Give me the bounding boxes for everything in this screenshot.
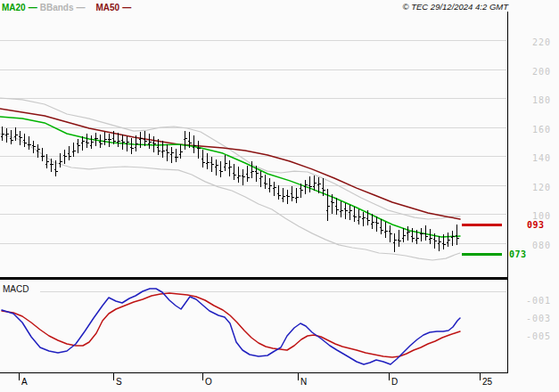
month-tick-label: A	[21, 378, 28, 387]
copyright-timestamp: © TEC 29/12/2024 4:2 GMT	[403, 3, 508, 12]
legend-ma20-line-swatch: —	[29, 3, 37, 12]
panel-divider	[0, 277, 508, 280]
legend-bbands-line-swatch: —	[76, 3, 85, 12]
price-axis-tick-label: 100	[532, 212, 551, 221]
month-tick-label: 25	[482, 378, 492, 387]
month-tick-label: O	[205, 378, 212, 387]
legend-ma50-line-swatch: —	[122, 3, 131, 12]
month-tick-label: N	[300, 378, 307, 387]
resistance-level-line	[462, 224, 502, 226]
stock-chart-window: MA20 — BBands — MA50 — © TEC 29/12/2024 …	[0, 0, 559, 392]
macd-line	[2, 289, 460, 364]
resistance-level-label: 093	[527, 221, 545, 230]
legend-ma50-label: MA50	[95, 3, 119, 12]
price-axis-tick-label: 160	[532, 126, 551, 135]
support-level-label: 073	[509, 250, 527, 259]
macd-axis-tick-label: -003	[526, 314, 551, 323]
legend-bbands-label: BBands	[40, 3, 74, 12]
month-tick-label: S	[116, 378, 122, 387]
macd-axis-tick-label: -001	[526, 297, 551, 306]
price-axis-tick-label: 220	[532, 38, 551, 47]
price-axis-tick-label: 180	[532, 96, 551, 105]
ma20-line	[0, 117, 460, 237]
price-axis-tick-label: 140	[532, 154, 551, 163]
macd-axis-tick-label: -005	[526, 332, 551, 341]
chart-canvas	[0, 0, 559, 392]
price-axis-tick-label: 080	[532, 241, 551, 250]
price-axis-tick-label: 200	[532, 68, 551, 77]
price-axis-tick-label: 120	[532, 184, 551, 192]
month-tick-label: D	[391, 378, 398, 387]
candlestick-series	[1, 127, 459, 252]
legend-ma20-label: MA20	[2, 3, 26, 12]
legend: MA20 — BBands — MA50 —	[2, 3, 134, 12]
support-level-line	[462, 253, 502, 256]
macd-panel-title: MACD	[3, 285, 29, 294]
